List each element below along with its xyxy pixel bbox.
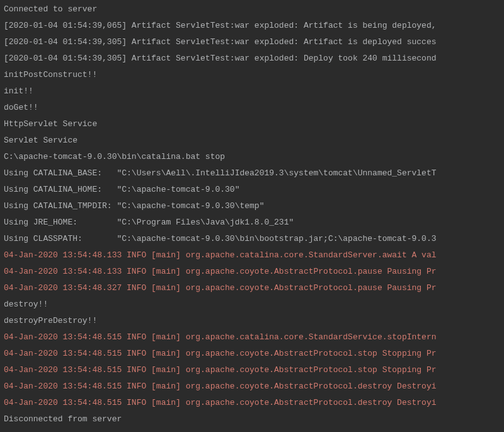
console-line: 04-Jan-2020 13:54:48.515 INFO [main] org… (4, 329, 500, 346)
console-line: 04-Jan-2020 13:54:48.133 INFO [main] org… (4, 264, 500, 280)
console-line: doGet!! (4, 100, 500, 116)
console-line: destroy!! (4, 296, 500, 313)
console-line: Using JRE_HOME: "C:\Program Files\Java\j… (4, 214, 500, 231)
console-line: C:\apache-tomcat-9.0.30\bin\catalina.bat… (4, 149, 500, 165)
console-line: 04-Jan-2020 13:54:48.515 INFO [main] org… (4, 395, 500, 411)
console-line: 04-Jan-2020 13:54:48.327 INFO [main] org… (4, 280, 500, 296)
console-line: [2020-01-04 01:54:39,065] Artifact Servl… (4, 18, 500, 34)
console-line: initPostConstruct!! (4, 67, 500, 83)
console-line: 04-Jan-2020 13:54:48.515 INFO [main] org… (4, 362, 500, 378)
console-line: Using CATALINA_TMPDIR: "C:\apache-tomcat… (4, 198, 500, 214)
console-line: destroyPreDestroy!! (4, 313, 500, 329)
console-output[interactable]: Connected to server[2020-01-04 01:54:39,… (4, 1, 500, 428)
console-line: 04-Jan-2020 13:54:48.515 INFO [main] org… (4, 346, 500, 362)
console-line: [2020-01-04 01:54:39,305] Artifact Servl… (4, 34, 500, 50)
console-line: [2020-01-04 01:54:39,305] Artifact Servl… (4, 50, 500, 67)
console-line: Disconnected from server (4, 411, 500, 428)
console-line: 04-Jan-2020 13:54:48.133 INFO [main] org… (4, 247, 500, 264)
console-line: HttpServlet Service (4, 116, 500, 132)
console-line: Connected to server (4, 1, 500, 18)
console-line: 04-Jan-2020 13:54:48.515 INFO [main] org… (4, 378, 500, 395)
console-line: Using CATALINA_HOME: "C:\apache-tomcat-9… (4, 182, 500, 198)
console-line: Servlet Service (4, 132, 500, 149)
console-line: Using CLASSPATH: "C:\apache-tomcat-9.0.3… (4, 231, 500, 247)
console-line: Using CATALINA_BASE: "C:\Users\Aell\.Int… (4, 165, 500, 182)
console-line: init!! (4, 83, 500, 100)
